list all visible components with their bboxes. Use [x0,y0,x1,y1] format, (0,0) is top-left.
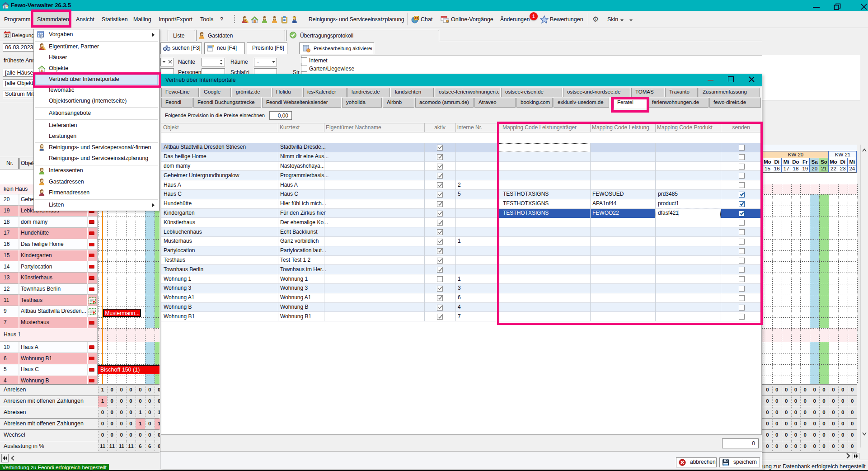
svg-text:AB: AB [414,17,419,20]
svg-text:23: 23 [5,33,9,38]
